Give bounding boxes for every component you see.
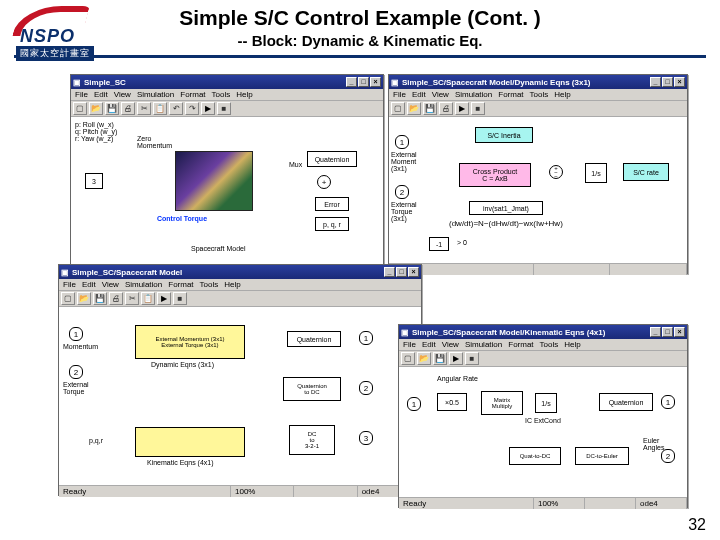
menu-simulation[interactable]: Simulation bbox=[455, 90, 492, 99]
block-quat-out[interactable]: Quaternion bbox=[599, 393, 653, 411]
tool-run[interactable]: ▶ bbox=[449, 352, 463, 365]
maximize-button[interactable]: □ bbox=[396, 267, 407, 277]
menu-edit[interactable]: Edit bbox=[412, 90, 426, 99]
block-half[interactable]: ×0.5 bbox=[437, 393, 467, 411]
menubar[interactable]: File Edit View Simulation Format Tools H… bbox=[59, 279, 421, 291]
tool-print[interactable]: 🖨 bbox=[121, 102, 135, 115]
minimize-button[interactable]: _ bbox=[384, 267, 395, 277]
tool-paste[interactable]: 📋 bbox=[141, 292, 155, 305]
menu-file[interactable]: File bbox=[393, 90, 406, 99]
tool-save[interactable]: 💾 bbox=[433, 352, 447, 365]
outport-2[interactable]: 2 bbox=[661, 449, 675, 463]
block-sum[interactable]: + bbox=[317, 175, 331, 189]
tool-open[interactable]: 📂 bbox=[77, 292, 91, 305]
toolbar[interactable]: ▢ 📂 💾 ▶ ■ bbox=[399, 351, 687, 367]
outport-1[interactable]: 1 bbox=[661, 395, 675, 409]
menu-file[interactable]: File bbox=[63, 280, 76, 289]
menu-help[interactable]: Help bbox=[236, 90, 252, 99]
titlebar[interactable]: ▣ Simple_SC/Spacecraft Model/Kinematic E… bbox=[399, 325, 687, 339]
menu-help[interactable]: Help bbox=[554, 90, 570, 99]
menu-file[interactable]: File bbox=[75, 90, 88, 99]
block-invj[interactable]: inv(sat1_Jmat) bbox=[469, 201, 543, 215]
tool-new[interactable]: ▢ bbox=[391, 102, 405, 115]
menu-edit[interactable]: Edit bbox=[82, 280, 96, 289]
menubar[interactable]: File Edit View Simulation Format Tools H… bbox=[389, 89, 687, 101]
toolbar[interactable]: ▢ 📂 💾 🖨 ✂ 📋 ▶ ■ bbox=[59, 291, 421, 307]
inport-1[interactable]: 1 bbox=[395, 135, 409, 149]
minimize-button[interactable]: _ bbox=[346, 77, 357, 87]
block-matmul[interactable]: Matrix Multiply bbox=[481, 391, 523, 415]
menu-help[interactable]: Help bbox=[224, 280, 240, 289]
menu-view[interactable]: View bbox=[442, 340, 459, 349]
tool-print[interactable]: 🖨 bbox=[109, 292, 123, 305]
block-integrator[interactable]: 1/s bbox=[585, 163, 607, 183]
menubar[interactable]: File Edit View Simulation Format Tools H… bbox=[399, 339, 687, 351]
close-button[interactable]: × bbox=[370, 77, 381, 87]
block-sum[interactable]: + − − bbox=[549, 165, 563, 179]
maximize-button[interactable]: □ bbox=[662, 77, 673, 87]
tool-new[interactable]: ▢ bbox=[73, 102, 87, 115]
menu-help[interactable]: Help bbox=[564, 340, 580, 349]
window-kinematic-eqns[interactable]: ▣ Simple_SC/Spacecraft Model/Kinematic E… bbox=[398, 324, 688, 508]
menu-view[interactable]: View bbox=[114, 90, 131, 99]
maximize-button[interactable]: □ bbox=[358, 77, 369, 87]
menu-format[interactable]: Format bbox=[180, 90, 205, 99]
model-canvas[interactable]: 1 Momentum 2 External Torque External Mo… bbox=[59, 307, 421, 485]
tool-undo[interactable]: ↶ bbox=[169, 102, 183, 115]
menu-format[interactable]: Format bbox=[498, 90, 523, 99]
menu-format[interactable]: Format bbox=[168, 280, 193, 289]
menu-simulation[interactable]: Simulation bbox=[125, 280, 162, 289]
block-error[interactable]: Error bbox=[315, 197, 349, 211]
tool-save[interactable]: 💾 bbox=[423, 102, 437, 115]
block-quaternion[interactable]: Quaternion bbox=[287, 331, 341, 347]
titlebar[interactable]: ▣ Simple_SC/Spacecraft Model/Dynamic Eqn… bbox=[389, 75, 687, 89]
block-kinematic-eqns[interactable] bbox=[135, 427, 245, 457]
inport-1[interactable]: 1 bbox=[407, 397, 421, 411]
menu-edit[interactable]: Edit bbox=[422, 340, 436, 349]
tool-run[interactable]: ▶ bbox=[157, 292, 171, 305]
model-canvas[interactable]: 1 Angular Rate ×0.5 Matrix Multiply 1/s … bbox=[399, 367, 687, 497]
titlebar[interactable]: ▣ Simple_SC _ □ × bbox=[71, 75, 383, 89]
block-gain-neg1[interactable]: -1 bbox=[429, 237, 449, 251]
model-canvas[interactable]: 1 External Moment (3x1) 2 External Torqu… bbox=[389, 117, 687, 263]
window-sc-model[interactable]: ▣ Simple_SC/Spacecraft Model _ □ × File … bbox=[58, 264, 422, 496]
inport-1[interactable]: 1 bbox=[69, 327, 83, 341]
tool-open[interactable]: 📂 bbox=[89, 102, 103, 115]
tool-print[interactable]: 🖨 bbox=[439, 102, 453, 115]
close-button[interactable]: × bbox=[408, 267, 419, 277]
menu-tools[interactable]: Tools bbox=[530, 90, 549, 99]
block-cross-product[interactable]: Cross Product C = AxB bbox=[459, 163, 531, 187]
menu-tools[interactable]: Tools bbox=[212, 90, 231, 99]
tool-run[interactable]: ▶ bbox=[201, 102, 215, 115]
outport-3[interactable]: 3 bbox=[359, 431, 373, 445]
tool-stop[interactable]: ■ bbox=[173, 292, 187, 305]
tool-stop[interactable]: ■ bbox=[471, 102, 485, 115]
minimize-button[interactable]: _ bbox=[650, 77, 661, 87]
block-const[interactable]: 3 bbox=[85, 173, 103, 189]
block-dynamic-eqns[interactable]: External Momentum (3x1) External Torque … bbox=[135, 325, 245, 359]
menu-simulation[interactable]: Simulation bbox=[137, 90, 174, 99]
outport-2[interactable]: 2 bbox=[359, 381, 373, 395]
menu-tools[interactable]: Tools bbox=[200, 280, 219, 289]
block-pqr[interactable]: p, q, r bbox=[315, 217, 349, 231]
tool-paste[interactable]: 📋 bbox=[153, 102, 167, 115]
tool-open[interactable]: 📂 bbox=[417, 352, 431, 365]
tool-run[interactable]: ▶ bbox=[455, 102, 469, 115]
tool-cut[interactable]: ✂ bbox=[137, 102, 151, 115]
tool-cut[interactable]: ✂ bbox=[125, 292, 139, 305]
tool-save[interactable]: 💾 bbox=[93, 292, 107, 305]
menu-view[interactable]: View bbox=[102, 280, 119, 289]
menu-format[interactable]: Format bbox=[508, 340, 533, 349]
minimize-button[interactable]: _ bbox=[650, 327, 661, 337]
menubar[interactable]: File Edit View Simulation Format Tools H… bbox=[71, 89, 383, 101]
inport-2[interactable]: 2 bbox=[69, 365, 83, 379]
block-integrator[interactable]: 1/s bbox=[535, 393, 557, 413]
titlebar[interactable]: ▣ Simple_SC/Spacecraft Model _ □ × bbox=[59, 265, 421, 279]
menu-simulation[interactable]: Simulation bbox=[465, 340, 502, 349]
tool-new[interactable]: ▢ bbox=[61, 292, 75, 305]
block-dc2euler[interactable]: DC-to-Euler bbox=[575, 447, 629, 465]
block-quat2dc[interactable]: Quaternion to DC bbox=[283, 377, 341, 401]
close-button[interactable]: × bbox=[674, 327, 685, 337]
inport-2[interactable]: 2 bbox=[395, 185, 409, 199]
menu-tools[interactable]: Tools bbox=[540, 340, 559, 349]
